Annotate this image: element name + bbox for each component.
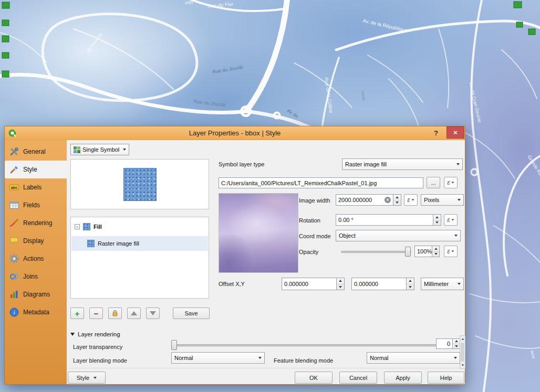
symbol-layer-tree: − Fill Raster image fill: [70, 217, 209, 299]
scroll-up-button[interactable]: [460, 336, 465, 342]
gear-icon: [9, 253, 19, 264]
spin-down-button[interactable]: [393, 200, 401, 206]
clear-icon[interactable]: ✕: [385, 197, 391, 203]
spin-up-button[interactable]: [432, 246, 439, 252]
sidebar-item-general[interactable]: General: [5, 143, 67, 161]
green-marker-icon: [528, 29, 535, 35]
add-symbol-layer-button[interactable]: +: [70, 308, 84, 319]
ok-button[interactable]: OK: [295, 372, 333, 384]
chevron-down-icon: [451, 235, 458, 237]
sidebar-item-labels[interactable]: abc Labels: [5, 178, 67, 196]
slider-track[interactable]: [171, 344, 437, 346]
image-width-spinner[interactable]: [393, 194, 401, 206]
sidebar-item-actions[interactable]: Actions: [5, 250, 67, 268]
apply-button-label: Apply: [396, 375, 410, 381]
save-symbol-button[interactable]: Save: [173, 308, 210, 319]
spin-up-button[interactable]: [453, 339, 460, 344]
cancel-button[interactable]: Cancel: [339, 372, 377, 384]
layer-blending-mode-combo[interactable]: Normal: [171, 352, 265, 364]
abc-label-icon: abc: [9, 182, 19, 193]
data-defined-override-button[interactable]: ε: [444, 246, 458, 257]
sidebar-item-label: Style: [23, 166, 37, 173]
apply-button[interactable]: Apply: [384, 372, 422, 384]
chevron-down-icon: [451, 182, 454, 183]
tree-row-fill[interactable]: − Fill: [71, 219, 208, 234]
browse-file-button[interactable]: ...: [427, 177, 440, 188]
spin-down-button[interactable]: [433, 220, 441, 226]
chevron-down-icon: [451, 250, 454, 252]
coord-mode-value: Object: [339, 232, 356, 239]
offset-x-spinner[interactable]: [337, 278, 345, 290]
spin-down-button[interactable]: [407, 284, 414, 290]
opacity-slider[interactable]: [341, 247, 411, 257]
chevron-down-icon: [255, 357, 262, 359]
footer-separator: [68, 368, 461, 368]
symbol-layer-type-combo[interactable]: Raster image fill: [342, 158, 463, 170]
sidebar-item-style[interactable]: Style: [5, 161, 67, 178]
titlebar[interactable]: Layer Properties - bbox | Style ? ×: [5, 126, 465, 140]
sidebar-item-display[interactable]: Display: [5, 232, 67, 250]
sidebar-item-fields[interactable]: Fields: [5, 196, 67, 214]
style-button-label: Style: [77, 375, 89, 381]
coord-mode-label: Coord mode: [299, 233, 331, 239]
feature-blending-mode-label: Feature blending mode: [274, 357, 333, 364]
rotation-spinner[interactable]: [433, 214, 441, 226]
sidebar-item-joins[interactable]: Joins: [5, 268, 67, 285]
ok-button-label: OK: [309, 375, 318, 381]
spin-down-button[interactable]: [453, 344, 460, 349]
spin-down-button[interactable]: [432, 252, 439, 257]
close-button[interactable]: ×: [446, 126, 464, 139]
data-defined-override-button[interactable]: ε: [444, 214, 458, 226]
coord-mode-combo[interactable]: Object: [336, 230, 461, 241]
offset-y-spinner[interactable]: [407, 278, 414, 290]
offset-x-input[interactable]: 0.000000: [282, 278, 337, 290]
symbol-type-icon: [74, 146, 80, 153]
image-width-unit-combo[interactable]: Pixels: [421, 194, 464, 206]
layer-transparency-spinbox[interactable]: 0: [436, 338, 453, 349]
spin-down-button[interactable]: [337, 284, 344, 290]
layer-transparency-slider[interactable]: [171, 340, 437, 351]
green-marker-icon: [2, 52, 9, 58]
lock-button[interactable]: [108, 308, 122, 319]
move-down-button[interactable]: [146, 308, 160, 319]
spin-up-button[interactable]: [393, 195, 401, 200]
street-label: Rue du Jourdil: [212, 65, 243, 75]
slider-handle[interactable]: [405, 247, 411, 257]
sidebar-item-metadata[interactable]: i Metadata: [5, 303, 67, 321]
image-path-input[interactable]: C:/Users/anita_000/Pictures/LT_RemixedCh…: [219, 177, 423, 188]
sidebar-item-rendering[interactable]: Rendering: [5, 214, 67, 232]
map-road: [439, 29, 449, 108]
move-up-button[interactable]: [127, 308, 141, 319]
arrow-up-icon: [131, 311, 137, 315]
slider-track[interactable]: [341, 251, 411, 253]
opacity-spinner[interactable]: [432, 246, 440, 257]
opacity-spinbox[interactable]: 100%: [414, 246, 432, 257]
layer-rendering-header[interactable]: Layer rendering: [70, 331, 120, 337]
offset-y-input[interactable]: 0.000000: [351, 278, 407, 290]
help-button[interactable]: Help: [428, 372, 464, 384]
scrollbar-vertical[interactable]: [460, 335, 465, 369]
rotation-input[interactable]: 0.00 °: [336, 214, 433, 226]
symbol-type-combo[interactable]: Single Symbol: [70, 144, 129, 155]
layer-transparency-spinner[interactable]: [453, 338, 460, 349]
scroll-down-button[interactable]: [460, 362, 465, 368]
scrollbar-thumb[interactable]: [461, 343, 464, 362]
data-defined-override-button[interactable]: ε: [404, 194, 418, 206]
spin-up-button[interactable]: [407, 278, 414, 284]
sidebar-item-label: Actions: [23, 255, 44, 262]
feature-blending-mode-combo[interactable]: Normal: [367, 352, 460, 364]
data-defined-override-button[interactable]: ε: [444, 177, 458, 188]
tree-expander-icon[interactable]: −: [75, 224, 80, 229]
sidebar-item-diagrams[interactable]: Diagrams: [5, 285, 67, 303]
help-titlebar-button[interactable]: ?: [430, 128, 442, 139]
remove-symbol-layer-button[interactable]: −: [89, 308, 103, 319]
slider-handle[interactable]: [171, 340, 177, 350]
offset-unit-combo[interactable]: Millimeter: [421, 278, 464, 290]
spin-up-button[interactable]: [433, 215, 441, 220]
sidebar-item-label: Joins: [23, 273, 38, 280]
chevron-down-icon: [411, 199, 414, 200]
image-width-input[interactable]: 2000.000000 ✕: [336, 194, 393, 206]
tree-row-raster-image-fill[interactable]: Raster image fill: [71, 236, 208, 251]
style-menu-button[interactable]: Style: [68, 372, 106, 384]
spin-up-button[interactable]: [337, 278, 344, 284]
